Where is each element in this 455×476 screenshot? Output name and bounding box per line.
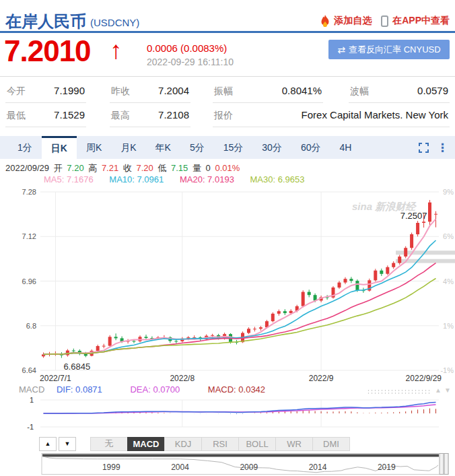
svg-text:7.28: 7.28 xyxy=(22,188,36,196)
reverse-rate-label: 查看反向汇率 CNYUSD xyxy=(349,44,441,56)
svg-text:2022/9: 2022/9 xyxy=(309,374,334,383)
svg-text:7.12: 7.12 xyxy=(22,232,36,240)
header: 在岸人民币 (USDCNY) 添加自选 在APP中查看 xyxy=(5,7,450,30)
svg-text:6%: 6% xyxy=(443,232,454,240)
price-change: 0.0006 (0.0083%) xyxy=(147,42,227,54)
last-price: 7.2010 xyxy=(4,36,91,66)
tab-60min[interactable]: 60分 xyxy=(291,136,330,159)
stat-low: 最低 7.1529 xyxy=(5,104,86,127)
header-divider xyxy=(0,31,455,33)
tab-5min[interactable]: 5分 xyxy=(180,136,214,159)
info-close: 7.20 xyxy=(136,163,153,173)
svg-text:2004: 2004 xyxy=(171,463,189,472)
svg-text:2014: 2014 xyxy=(309,463,327,472)
quote-timestamp: 2022-09-29 16:11:10 xyxy=(147,57,234,67)
macd-value: MACD: 0.0342 xyxy=(208,384,265,395)
svg-text:6.6845: 6.6845 xyxy=(63,362,90,372)
info-change-pct: 0.01% xyxy=(215,163,240,173)
tab-macd[interactable]: MACD xyxy=(127,437,165,451)
tab-30min[interactable]: 30分 xyxy=(252,136,291,159)
tab-dmi[interactable]: DMI xyxy=(312,437,350,451)
svg-text:6.8: 6.8 xyxy=(26,322,36,330)
svg-text:1999: 1999 xyxy=(102,463,120,472)
view-in-app-link[interactable]: 在APP中查看 xyxy=(392,15,450,27)
dea-value: DEA: 0.0700 xyxy=(130,384,180,395)
stat-amplitude: 振幅 0.8041% xyxy=(213,80,323,103)
phone-icon xyxy=(381,15,388,27)
chart-menu-icon[interactable]: ⋮ xyxy=(437,141,448,155)
indicator-bar: ▲ ▼ 无 MACD KDJ RSI BOLL WR DMI xyxy=(39,436,350,451)
svg-text:2019: 2019 xyxy=(378,463,396,472)
panel-resize-handle[interactable] xyxy=(367,389,431,395)
svg-text:2022/7/1: 2022/7/1 xyxy=(40,374,71,383)
tab-boll[interactable]: BOLL xyxy=(238,437,276,451)
tab-week-k[interactable]: 周K xyxy=(77,136,111,159)
candlestick-chart[interactable]: 7.289%7.126%6.964%6.81%6.64-1%2022/7/120… xyxy=(0,183,455,384)
page: 在岸人民币 (USDCNY) 添加自选 在APP中查看 7.2010 ↑ 0.0… xyxy=(0,0,455,476)
svg-text:2022/9/29: 2022/9/29 xyxy=(406,374,442,383)
ohlc-info-line: 2022/09/29 开 7.20 高 7.21 收 7.20 低 7.15 量… xyxy=(5,162,242,174)
tab-15min[interactable]: 15分 xyxy=(214,136,253,159)
tab-wr[interactable]: WR xyxy=(275,437,313,451)
tab-year-k[interactable]: 年K xyxy=(146,136,180,159)
stat-prev-close: 昨收 7.2004 xyxy=(110,80,190,103)
info-volume: 0 xyxy=(206,163,211,173)
tab-none[interactable]: 无 xyxy=(90,437,128,451)
macd-title: MACD xyxy=(19,384,44,395)
flame-icon xyxy=(320,15,330,27)
page-title: 在岸人民币 xyxy=(5,13,86,30)
info-open: 7.20 xyxy=(67,163,83,173)
svg-text:-1: -1 xyxy=(27,423,34,431)
up-arrow-icon: ↑ xyxy=(110,38,123,63)
section-divider xyxy=(0,76,455,77)
tab-1min[interactable]: 1分 xyxy=(8,136,42,159)
indicator-down-button[interactable]: ▼ xyxy=(59,437,76,451)
svg-text:1: 1 xyxy=(30,396,34,404)
tab-4h[interactable]: 4H xyxy=(330,136,361,159)
svg-text:-1%: -1% xyxy=(440,366,454,374)
add-watchlist-link[interactable]: 添加自选 xyxy=(334,15,372,27)
svg-text:6.64: 6.64 xyxy=(22,366,36,374)
info-low: 7.15 xyxy=(171,163,188,173)
svg-text:4%: 4% xyxy=(443,277,454,285)
macd-chart[interactable]: 1-1 xyxy=(0,396,455,432)
info-high: 7.21 xyxy=(102,163,118,173)
svg-text:7.2507: 7.2507 xyxy=(400,211,427,221)
tab-month-k[interactable]: 月K xyxy=(111,136,145,159)
panel-collapse-arrows[interactable]: ▲▼ xyxy=(435,386,454,394)
svg-text:9%: 9% xyxy=(443,188,454,196)
swap-icon: ⇄ xyxy=(337,44,345,55)
symbol-label: (USDCNY) xyxy=(90,17,139,30)
macd-legend: MACD DIF: 0.0871 DEA: 0.0700 MACD: 0.034… xyxy=(19,384,291,395)
stat-quote-source: 报价 Forex Capital Markets. New York xyxy=(213,104,450,127)
svg-text:6.96: 6.96 xyxy=(22,277,36,285)
indicator-up-button[interactable]: ▲ xyxy=(39,437,57,451)
svg-text:2022/8: 2022/8 xyxy=(170,374,195,383)
dif-value: DIF: 0.0871 xyxy=(57,384,102,395)
tab-rsi[interactable]: RSI xyxy=(201,437,239,451)
stat-open: 今开 7.1990 xyxy=(5,80,86,103)
reverse-rate-button[interactable]: ⇄ 查看反向汇率 CNYUSD xyxy=(328,40,450,59)
svg-text:2009: 2009 xyxy=(240,463,258,472)
tab-day-k[interactable]: 日K xyxy=(42,136,77,159)
history-navigator[interactable]: 19992004200920142019 xyxy=(0,453,455,476)
stat-high: 最高 7.2108 xyxy=(110,104,190,127)
period-tab-bar: 1分 日K 周K 月K 年K 5分 15分 30分 60分 4H ⋮ xyxy=(0,136,455,159)
tab-kdj[interactable]: KDJ xyxy=(164,437,202,451)
info-date: 2022/09/29 xyxy=(5,163,49,173)
fullscreen-icon[interactable] xyxy=(419,143,429,153)
stat-range: 波幅 0.0579 xyxy=(349,80,450,103)
svg-text:1%: 1% xyxy=(443,322,454,330)
